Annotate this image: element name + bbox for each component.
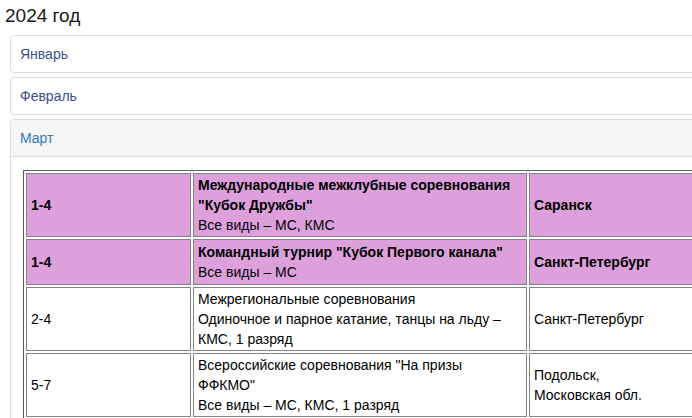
event-cell: Всероссийские соревнования "На призы ФФК… (193, 353, 527, 417)
month-panel-march: Март 1-4 Международные межклубные соревн… (10, 119, 692, 418)
month-link-february[interactable]: Февраль (20, 88, 77, 104)
month-link-march[interactable]: Март (20, 130, 54, 146)
month-header-february[interactable]: Февраль (11, 78, 692, 114)
month-header-january[interactable]: Январь (11, 36, 692, 72)
month-panel-february: Февраль (10, 77, 692, 115)
event-details: Все виды – МС, КМС, 1 разряд (198, 395, 522, 415)
dates-cell: 5-7 (26, 353, 191, 417)
table-row: 1-4 Международные межклубные соревновани… (26, 173, 692, 237)
event-details: Одиночное и парное катание, танцы на льд… (198, 309, 522, 349)
event-details: Все виды – МС (198, 262, 522, 282)
table-row: 2-4 Межрегиональные соревнования Одиночн… (26, 287, 692, 351)
event-cell: Международные межклубные соревнования "К… (193, 173, 527, 237)
month-accordion: Январь Февраль Март 1-4 Международные ме… (10, 35, 692, 418)
month-link-january[interactable]: Январь (20, 46, 68, 62)
event-title: Международные межклубные соревнования "К… (198, 175, 522, 215)
location-cell: Санкт-Петербург (529, 239, 692, 285)
dates-cell: 1-4 (26, 239, 191, 285)
location-cell: Санкт-Петербург (529, 287, 692, 351)
page-title: 2024 год (5, 5, 692, 27)
march-panel-body: 1-4 Международные межклубные соревновани… (11, 156, 692, 418)
location-cell: Подольск, Московская обл. (529, 353, 692, 417)
table-row: 5-7 Всероссийские соревнования "На призы… (26, 353, 692, 417)
event-cell: Командный турнир "Кубок Первого канала" … (193, 239, 527, 285)
event-title: Командный турнир "Кубок Первого канала" (198, 242, 522, 262)
event-cell: Межрегиональные соревнования Одиночное и… (193, 287, 527, 351)
month-header-march[interactable]: Март (11, 120, 692, 156)
event-details: Все виды – МС, КМС (198, 215, 522, 235)
location-cell: Саранск (529, 173, 692, 237)
event-title: Всероссийские соревнования "На призы ФФК… (198, 355, 522, 395)
month-panel-january: Январь (10, 35, 692, 73)
table-row: 1-4 Командный турнир "Кубок Первого кана… (26, 239, 692, 285)
competitions-table: 1-4 Международные межклубные соревновани… (23, 170, 692, 418)
dates-cell: 2-4 (26, 287, 191, 351)
dates-cell: 1-4 (26, 173, 191, 237)
event-title: Межрегиональные соревнования (198, 289, 522, 309)
